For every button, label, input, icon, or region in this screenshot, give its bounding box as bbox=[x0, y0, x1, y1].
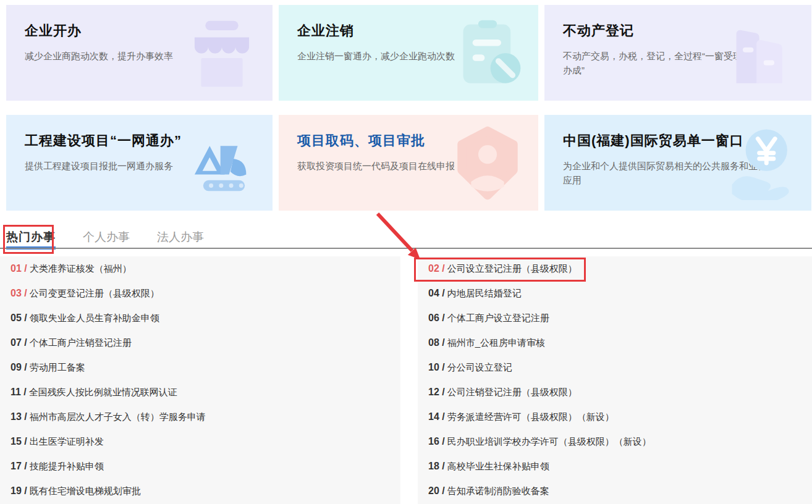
service-number: 16 / bbox=[428, 436, 445, 447]
service-list-item[interactable]: 18 / 高校毕业生社保补贴申领 bbox=[418, 454, 812, 479]
service-number: 13 / bbox=[11, 411, 27, 422]
service-name: 告知承诺制消防验收备案 bbox=[447, 485, 549, 497]
service-name: 福州市_公租房申请审核 bbox=[447, 337, 545, 349]
service-list-item[interactable]: 11 / 全国残疾人按比例就业情况联网认证 bbox=[0, 380, 400, 405]
service-tabs: 热门办事 个人办事 法人办事 bbox=[6, 229, 204, 245]
tab[interactable]: 热门办事 bbox=[6, 229, 56, 245]
service-name: 劳务派遣经营许可（县级权限）（新设） bbox=[447, 411, 614, 423]
service-list-item[interactable]: 14 / 劳务派遣经营许可（县级权限）（新设） bbox=[418, 405, 812, 429]
card-enterprise-opening[interactable]: 企业开办 减少企业商跑动次数，提升办事效率 bbox=[6, 5, 273, 101]
card-desc: 减少企业商跑动次数，提升办事效率 bbox=[25, 49, 235, 63]
service-number: 08 / bbox=[428, 337, 445, 348]
service-number: 10 / bbox=[428, 362, 445, 373]
service-name: 公司变更登记注册（县级权限） bbox=[30, 288, 159, 300]
service-list-item[interactable]: 06 / 个体工商户设立登记注册 bbox=[418, 306, 812, 330]
service-list-item[interactable]: 15 / 出生医学证明补发 bbox=[0, 429, 400, 454]
service-name: 既有住宅增设电梯规划审批 bbox=[30, 485, 141, 497]
service-name: 技能提升补贴申领 bbox=[30, 461, 104, 472]
featured-service-cards: 企业开办 减少企业商跑动次数，提升办事效率 企业注销 企业注销一窗通办，减少企业… bbox=[6, 5, 810, 211]
card-title: 不动产登记 bbox=[563, 22, 774, 40]
card-desc: 不动产交易，办税，登记，全过程“一窗受理，一次办成” bbox=[563, 49, 774, 78]
card-desc: 企业注销一窗通办，减少企业跑动次数 bbox=[297, 49, 501, 63]
service-list-item[interactable]: 01 / 犬类准养证核发（福州） bbox=[0, 256, 400, 281]
service-name: 高校毕业生社保补贴申领 bbox=[447, 461, 549, 472]
service-list-item[interactable]: 20 / 告知承诺制消防验收备案 bbox=[418, 479, 812, 503]
card-construction-project-online[interactable]: 工程建设项目“一网通办” 提供工程建设项目报批一网通办服务 bbox=[6, 115, 273, 211]
card-title: 企业开办 bbox=[25, 22, 235, 40]
service-name: 民办职业培训学校办学许可（县级权限）（新设） bbox=[447, 436, 651, 448]
tab[interactable]: 个人办事 bbox=[83, 229, 130, 245]
service-number: 05 / bbox=[11, 313, 27, 324]
service-name: 福州市高层次人才子女入（转）学服务申请 bbox=[30, 411, 206, 423]
service-name: 出生医学证明补发 bbox=[30, 436, 104, 448]
service-name: 分公司设立登记 bbox=[447, 362, 512, 374]
service-number: 11 / bbox=[11, 387, 27, 398]
service-number: 17 / bbox=[11, 461, 27, 472]
service-list-item[interactable]: 07 / 个体工商户注销登记注册 bbox=[0, 330, 400, 355]
gov-services-page: 企业开办 减少企业商跑动次数，提升办事效率 企业注销 企业注销一窗通办，减少企业… bbox=[0, 0, 812, 504]
service-list-item[interactable]: 03 / 公司变更登记注册（县级权限） bbox=[0, 281, 400, 306]
tab-divider bbox=[0, 248, 812, 249]
card-title: 工程建设项目“一网通办” bbox=[25, 132, 235, 150]
service-number: 20 / bbox=[428, 485, 445, 497]
service-name: 内地居民结婚登记 bbox=[447, 288, 522, 300]
service-list-item[interactable]: 13 / 福州市高层次人才子女入（转）学服务申请 bbox=[0, 405, 400, 429]
service-number: 12 / bbox=[428, 387, 445, 398]
card-enterprise-deregistration[interactable]: 企业注销 企业注销一窗通办，减少企业跑动次数 bbox=[279, 5, 538, 101]
service-name: 个体工商户设立登记注册 bbox=[447, 313, 549, 324]
card-desc: 为企业和个人提供国际贸易相关的公共服务和业务应用 bbox=[563, 159, 774, 188]
service-number: 06 / bbox=[428, 313, 445, 324]
service-number: 03 / bbox=[11, 288, 27, 299]
service-number: 04 / bbox=[428, 288, 445, 299]
service-number: 18 / bbox=[428, 461, 445, 472]
card-desc: 提供工程建设项目报批一网通办服务 bbox=[25, 159, 235, 173]
service-name: 个体工商户注销登记注册 bbox=[30, 337, 132, 349]
card-title: 项目取码、项目审批 bbox=[297, 132, 501, 150]
service-list-item[interactable]: 05 / 领取失业金人员生育补助金申领 bbox=[0, 306, 400, 330]
card-international-trade-single-window[interactable]: 中国(福建)国际贸易单一窗口 为企业和个人提供国际贸易相关的公共服务和业务应用 bbox=[544, 115, 811, 211]
service-number: 15 / bbox=[11, 436, 27, 447]
service-list-item[interactable]: 10 / 分公司设立登记 bbox=[418, 355, 812, 380]
service-number: 07 / bbox=[11, 337, 27, 348]
card-title: 中国(福建)国际贸易单一窗口 bbox=[563, 132, 774, 150]
service-number: 19 / bbox=[11, 485, 27, 497]
service-number: 09 / bbox=[11, 362, 27, 373]
card-real-estate-registration[interactable]: 不动产登记 不动产交易，办税，登记，全过程“一窗受理，一次办成” bbox=[544, 5, 811, 101]
service-number: 01 / bbox=[11, 263, 27, 274]
service-list-item[interactable]: 17 / 技能提升补贴申领 bbox=[0, 454, 400, 479]
service-name: 犬类准养证核发（福州） bbox=[30, 263, 132, 275]
service-list-item[interactable]: 12 / 公司注销登记注册（县级权限） bbox=[418, 380, 812, 405]
service-list-item[interactable]: 02 / 公司设立登记注册（县级权限） bbox=[418, 256, 812, 281]
service-name: 公司设立登记注册（县级权限） bbox=[447, 263, 577, 275]
card-project-code-approval[interactable]: 项目取码、项目审批 获取投资项目统一代码及项目在线申报 bbox=[279, 115, 538, 211]
service-list-item[interactable]: 08 / 福州市_公租房申请审核 bbox=[418, 330, 812, 355]
card-desc: 获取投资项目统一代码及项目在线申报 bbox=[297, 159, 501, 173]
service-name: 全国残疾人按比例就业情况联网认证 bbox=[29, 387, 177, 398]
service-name: 劳动用工备案 bbox=[30, 362, 85, 374]
service-number: 14 / bbox=[428, 411, 445, 422]
card-title: 企业注销 bbox=[297, 22, 501, 40]
service-list-left: 01 / 犬类准养证核发（福州） 03 / 公司变更登记注册（县级权限） 05 … bbox=[0, 256, 400, 504]
service-list-item[interactable]: 16 / 民办职业培训学校办学许可（县级权限）（新设） bbox=[418, 429, 812, 454]
service-list-item[interactable]: 09 / 劳动用工备案 bbox=[0, 355, 400, 380]
service-name: 公司注销登记注册（县级权限） bbox=[447, 387, 577, 398]
service-name: 领取失业金人员生育补助金申领 bbox=[30, 313, 159, 324]
service-list-item[interactable]: 19 / 既有住宅增设电梯规划审批 bbox=[0, 479, 400, 503]
service-list-item[interactable]: 04 / 内地居民结婚登记 bbox=[418, 281, 812, 306]
service-list-right: 02 / 公司设立登记注册（县级权限） 04 / 内地居民结婚登记 06 / 个… bbox=[418, 256, 812, 504]
service-number: 02 / bbox=[428, 263, 445, 274]
tab[interactable]: 法人办事 bbox=[157, 229, 204, 245]
